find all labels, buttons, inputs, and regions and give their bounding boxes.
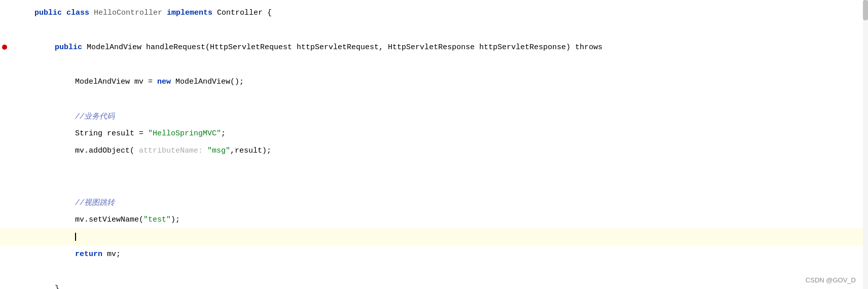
code-line-7-content: //业务代码 [26,112,868,121]
string-test: "test" [143,215,171,224]
set-view-name-call: mv.setViewName( [75,215,143,224]
code-line-9-content: mv.addObject( attributeName: "msg",resul… [26,147,868,155]
code-line-12-content: //视图跳转 [26,198,868,207]
scrollbar-thumb[interactable] [863,0,868,20]
method-signature: ModelAndView handleRequest(HttpServletRe… [87,43,575,52]
add-object-call: mv.addObject( [75,147,139,155]
keyword-implements: implements [167,9,217,17]
code-line-1-content: public class HelloController implements … [26,9,868,17]
close-method-brace: } [55,284,59,290]
line-10 [0,159,868,176]
keyword-new: new [157,78,175,86]
line-5: ModelAndView mv = new ModelAndView(); [0,73,868,90]
line-15: return mv; [0,245,868,263]
comment-view-redirect: //视图跳转 [75,199,115,207]
code-line-5-content: ModelAndView mv = new ModelAndView(); [26,78,868,86]
line-16 [0,263,868,280]
line-8: String result = "HelloSpringMVC"; [0,125,868,142]
keyword-public-method: public [55,43,87,52]
line-17: } [0,280,868,289]
code-line-8-content: String result = "HelloSpringMVC"; [26,129,868,138]
code-lines: public class HelloController implements … [0,0,868,289]
line-13: mv.setViewName("test"); [0,211,868,228]
line-6 [0,90,868,107]
line-9: mv.addObject( attributeName: "msg",resul… [0,142,868,159]
line-12: //视图跳转 [0,194,868,211]
return-mv: mv; [107,250,121,259]
code-line-15-content: return mv; [26,250,868,259]
classname-hello: HelloController [94,9,167,17]
line-4 [0,56,868,73]
string-hello-spring: "HelloSpringMVC" [148,129,221,138]
vertical-scrollbar[interactable] [863,0,868,289]
watermark: CSDN @GOV_D [806,276,856,284]
code-line-17-content: } [26,284,868,290]
line-2 [0,21,868,39]
code-line-3-content: public ModelAndView handleRequest(HttpSe… [26,43,868,52]
breakpoint-indicator [2,45,7,50]
keyword-return: return [75,250,107,259]
text-cursor [75,233,76,241]
comment-business-code: //业务代码 [75,113,115,121]
mv-constructor: ModelAndView(); [175,78,244,86]
keyword-class: class [66,9,94,17]
code-line-13-content: mv.setViewName("test"); [26,215,868,224]
code-editor: public class HelloController implements … [0,0,868,289]
line-3: public ModelAndView handleRequest(HttpSe… [0,39,868,56]
keyword-public: public [34,9,66,17]
string-msg: "msg" [207,147,230,155]
line-1: public class HelloController implements … [0,4,868,21]
code-line-14-content [26,233,868,241]
line-14-highlighted [0,228,868,245]
string-result-decl: String result = [75,129,148,138]
line-11 [0,176,868,194]
throws-keyword: throws [575,43,602,52]
line-7: //业务代码 [0,107,868,125]
param-hint-attribute: attributeName: [139,147,207,155]
interface-controller: Controller { [217,9,272,17]
mv-declaration: ModelAndView mv = [75,78,157,86]
